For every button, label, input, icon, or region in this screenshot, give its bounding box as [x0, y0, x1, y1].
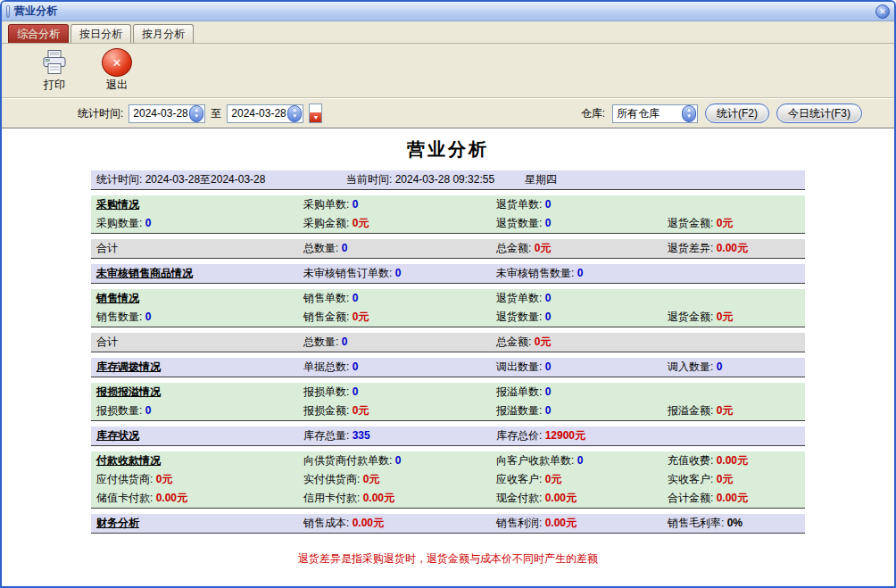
- report-block: 合计总数量: 0总金额: 0元退货差异: 0.00元: [91, 239, 805, 259]
- cell-label-value: 总数量: 0: [298, 241, 491, 256]
- section-heading: 库存调拨情况: [91, 360, 298, 375]
- cell-label-value: 实付供货商: 0元: [298, 472, 491, 487]
- cell-label-value: 总数量: 0: [298, 335, 491, 350]
- close-icon[interactable]: ✕: [875, 4, 890, 19]
- report-panel: 营业分析 统计时间: 2024-03-28至2024-03-28当前时间: 20…: [2, 128, 894, 586]
- cell-label-value: 报损金额: 0元: [298, 403, 491, 418]
- stat-button[interactable]: 统计(F2): [705, 104, 769, 123]
- cell-label-value: 向客户收款单数: 0: [491, 453, 662, 468]
- table-row: 报损报溢情况报损单数: 0报溢单数: 0: [91, 383, 805, 402]
- today-stat-button[interactable]: 今日统计(F3): [776, 104, 862, 123]
- exit-icon: ✕: [102, 48, 132, 77]
- cell-label-value: 报溢单数: 0: [491, 385, 662, 400]
- cell-label-value: 信用卡付款: 0.00元: [298, 491, 491, 506]
- cell-label-value: 充值收费: 0.00元: [662, 453, 805, 468]
- cell-label-value: 销售数量: 0: [91, 310, 298, 325]
- section-heading: 销售情况: [91, 291, 298, 306]
- spinner-up-icon: ▲: [194, 107, 199, 113]
- cell-label-value: 单据总数: 0: [298, 360, 491, 375]
- cell-label-value: 现金付款: 0.00元: [491, 491, 662, 506]
- cell-label-value: 调入数量: 0: [662, 360, 805, 375]
- cell-label-value: 退货单数: 0: [491, 197, 662, 212]
- table-row: 库存调拨情况单据总数: 0调出数量: 0调入数量: 0: [91, 358, 805, 377]
- warehouse-label: 仓库:: [581, 106, 605, 121]
- cell-text: 星期四: [519, 172, 805, 187]
- table-row: 采购情况采购单数: 0退货单数: 0: [91, 195, 805, 214]
- cell-label-value: 采购金额: 0元: [298, 216, 491, 231]
- cell-label-value: 向供货商付款单数: 0: [298, 453, 491, 468]
- warehouse-select[interactable]: 所有仓库 ▲ ▼: [612, 104, 698, 123]
- cell-label-value: 采购单数: 0: [298, 197, 491, 212]
- cell-label-value: 库存总价: 12900元: [491, 428, 662, 443]
- cell-label-value: 报溢数量: 0: [491, 403, 662, 418]
- report-block: 库存状况库存总量: 335库存总价: 12900元: [91, 427, 805, 446]
- cell-label-value: 库存总量: 335: [298, 428, 491, 443]
- section-heading: 采购情况: [91, 197, 298, 212]
- tab-daily-analysis[interactable]: 按日分析: [71, 24, 131, 43]
- cell-label-value: 调出数量: 0: [491, 360, 662, 375]
- report-block: 报损报溢情况报损单数: 0报溢单数: 0报损数量: 0报损金额: 0元报溢数量:…: [91, 383, 805, 421]
- cell-label-value: 退货金额: 0元: [662, 310, 805, 325]
- footer-note: 退货差异是指采购退货时，退货金额与成本价不同时产生的差额: [2, 551, 894, 567]
- date-from-spinner[interactable]: ▲ ▼: [189, 105, 203, 122]
- title-bar: 营业分析 ✕: [2, 2, 894, 21]
- report-title: 营业分析: [2, 137, 894, 161]
- spinner-up-icon: ▲: [686, 107, 692, 113]
- date-to-spinner[interactable]: ▲ ▼: [287, 105, 302, 122]
- table-row: 财务分析销售成本: 0.00元销售利润: 0.00元销售毛利率: 0%: [91, 514, 805, 533]
- window-title: 营业分析: [14, 4, 57, 19]
- table-row: 销售数量: 0销售金额: 0元退货数量: 0退货金额: 0元: [91, 308, 805, 327]
- cell-label-value: 应付供货商: 0元: [91, 472, 298, 487]
- report-block: 采购情况采购单数: 0退货单数: 0采购数量: 0采购金额: 0元退货数量: 0…: [91, 195, 805, 234]
- cell-label-value: 实收客户: 0元: [662, 472, 805, 487]
- section-heading: 库存状况: [91, 428, 298, 443]
- cell-label-value: 储值卡付款: 0.00元: [91, 491, 298, 506]
- dropdown-arrow-icon: ▼: [310, 112, 321, 122]
- spinner-down-icon: ▼: [194, 113, 199, 120]
- cell-label-value: 销售毛利率: 0%: [662, 516, 805, 531]
- table-row: 采购数量: 0采购金额: 0元退货数量: 0退货金额: 0元: [91, 214, 805, 233]
- tab-comprehensive-analysis[interactable]: 综合分析: [8, 24, 69, 43]
- table-row: 统计时间: 2024-03-28至2024-03-28当前时间: 2024-03…: [91, 170, 805, 189]
- cell-label-value: 报损数量: 0: [91, 403, 298, 418]
- window-icon: [6, 5, 10, 18]
- cell-label-value: 采购数量: 0: [91, 216, 298, 231]
- filter-bar: 统计时间: 2024-03-28 ▲ ▼ 至 2024-03-28 ▲ ▼ ▼ …: [2, 99, 894, 128]
- report-block: 库存调拨情况单据总数: 0调出数量: 0调入数量: 0: [91, 358, 805, 377]
- section-heading: 付款收款情况: [91, 453, 298, 468]
- cell-label-value: 报溢金额: 0元: [662, 403, 805, 418]
- time-range-label: 统计时间:: [78, 106, 123, 121]
- cell-label-value: 退货差异: 0.00元: [662, 241, 805, 256]
- section-heading: 财务分析: [91, 516, 298, 531]
- report-block: 财务分析销售成本: 0.00元销售利润: 0.00元销售毛利率: 0%: [91, 514, 805, 534]
- cell-label-value: 销售成本: 0.00元: [298, 516, 491, 531]
- table-row: 库存状况库存总量: 335库存总价: 12900元: [91, 427, 805, 445]
- spinner-up-icon: ▲: [292, 107, 297, 113]
- cell-label-value: 未审核销售订单数: 0: [298, 266, 491, 281]
- print-button[interactable]: 打印: [29, 48, 80, 93]
- cell-text: 合计: [91, 241, 298, 256]
- section-heading: 未审核销售商品情况: [91, 266, 298, 281]
- report-block: 销售情况销售单数: 0退货单数: 0销售数量: 0销售金额: 0元退货数量: 0…: [91, 289, 805, 327]
- cell-label-value: 退货数量: 0: [491, 310, 662, 325]
- window: 营业分析 ✕ 综合分析 按日分析 按月分析 打印: [0, 0, 896, 588]
- filter-right-group: 仓库: 所有仓库 ▲ ▼ 统计(F2) 今日统计(F3): [581, 104, 862, 123]
- warehouse-spinner[interactable]: ▲ ▼: [682, 105, 696, 122]
- spinner-down-icon: ▼: [292, 113, 297, 120]
- date-to-input[interactable]: 2024-03-28 ▲ ▼: [227, 104, 303, 123]
- table-row: 合计总数量: 0总金额: 0元: [91, 333, 805, 352]
- table-row: 储值卡付款: 0.00元信用卡付款: 0.00元现金付款: 0.00元合计金额:…: [91, 489, 805, 508]
- cell-label-value: 报损单数: 0: [298, 385, 491, 400]
- cell-label-value: 销售利润: 0.00元: [491, 516, 662, 531]
- printer-icon: [39, 48, 70, 77]
- date-from-input[interactable]: 2024-03-28 ▲ ▼: [129, 104, 205, 123]
- print-label: 打印: [44, 78, 65, 93]
- cell-label-value: 退货单数: 0: [491, 291, 662, 306]
- date-from-value: 2024-03-28: [133, 107, 188, 120]
- cell-label-value: 退货数量: 0: [491, 216, 662, 231]
- to-label: 至: [211, 106, 221, 121]
- report-block: 统计时间: 2024-03-28至2024-03-28当前时间: 2024-03…: [91, 170, 805, 190]
- date-preset-dropdown[interactable]: ▼: [309, 104, 322, 123]
- tab-monthly-analysis[interactable]: 按月分析: [133, 24, 194, 43]
- exit-button[interactable]: ✕ 退出: [91, 48, 143, 93]
